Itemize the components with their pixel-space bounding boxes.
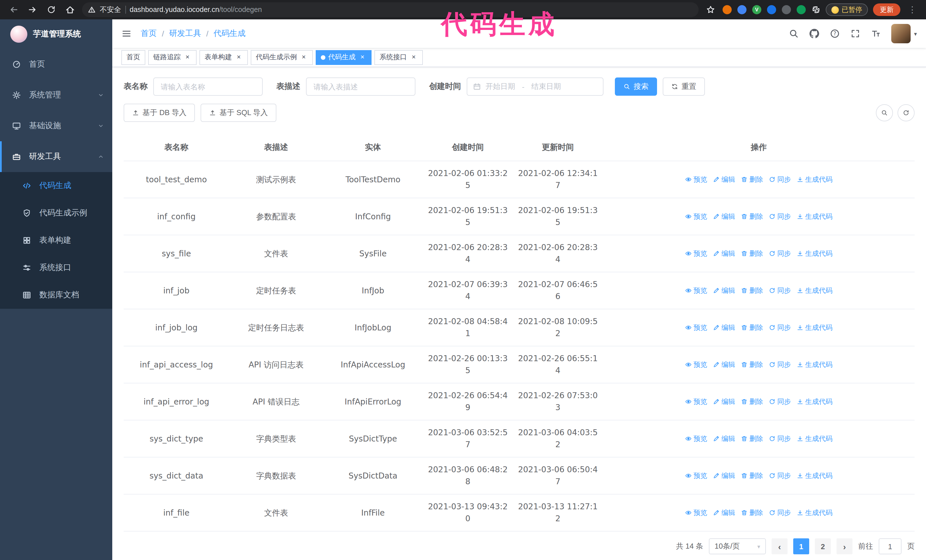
preview-link[interactable]: 预览 (685, 395, 707, 408)
generate-code-link[interactable]: 生成代码 (797, 433, 832, 445)
sync-link[interactable]: 同步 (769, 322, 791, 334)
font-size-icon[interactable] (871, 29, 881, 39)
goto-page-input[interactable] (879, 538, 902, 554)
generate-code-link[interactable]: 生成代码 (797, 210, 832, 222)
delete-link[interactable]: 删除 (741, 285, 763, 296)
github-icon[interactable] (809, 29, 819, 39)
edit-link[interactable]: 编辑 (713, 470, 735, 482)
edit-link[interactable]: 编辑 (713, 174, 735, 186)
url-bar[interactable]: 不安全 dashboard.yudao.iocoder.cn/tool/code… (82, 2, 699, 17)
logo[interactable]: 芋道管理系统 (0, 20, 112, 49)
preview-link[interactable]: 预览 (685, 248, 707, 260)
edit-link[interactable]: 编辑 (713, 359, 735, 371)
page-size-select[interactable]: 10条/页 ▾ (709, 538, 766, 554)
edit-link[interactable]: 编辑 (713, 507, 735, 519)
delete-link[interactable]: 删除 (741, 507, 763, 519)
sidebar-item-codegen[interactable]: 代码生成 (0, 172, 112, 199)
breadcrumb-home[interactable]: 首页 (141, 29, 157, 39)
delete-link[interactable]: 删除 (741, 359, 763, 371)
import-db-button[interactable]: 基于 DB 导入 (124, 104, 195, 122)
next-page-button[interactable]: › (837, 538, 852, 554)
sync-link[interactable]: 同步 (769, 359, 791, 371)
tab-system-api[interactable]: 系统接口 × (374, 50, 423, 65)
edit-link[interactable]: 编辑 (713, 395, 735, 408)
sync-link[interactable]: 同步 (769, 433, 791, 445)
extension-icon-2[interactable] (737, 5, 746, 14)
preview-link[interactable]: 预览 (685, 433, 707, 445)
delete-link[interactable]: 删除 (741, 322, 763, 334)
bookmark-star-icon[interactable] (704, 3, 717, 17)
hamburger-icon[interactable] (121, 29, 132, 39)
generate-code-link[interactable]: 生成代码 (797, 395, 832, 408)
browser-forward-icon[interactable] (26, 3, 39, 17)
profile-paused-badge[interactable]: 已暂停 (826, 3, 868, 16)
date-range-picker[interactable]: 开始日期 - 结束日期 (467, 77, 604, 96)
tab-codegen-example[interactable]: 代码生成示例 × (251, 50, 313, 65)
fullscreen-icon[interactable] (850, 29, 861, 39)
generate-code-link[interactable]: 生成代码 (797, 470, 832, 482)
extension-icon-3[interactable]: V (752, 5, 761, 14)
browser-update-button[interactable]: 更新 (873, 3, 900, 16)
user-menu[interactable]: ▾ (891, 24, 917, 43)
generate-code-link[interactable]: 生成代码 (797, 248, 832, 260)
browser-menu-icon[interactable]: ⋮ (905, 3, 919, 17)
preview-link[interactable]: 预览 (685, 359, 707, 371)
search-icon[interactable] (789, 29, 799, 39)
tab-form-builder[interactable]: 表单构建 × (200, 50, 248, 65)
sync-link[interactable]: 同步 (769, 470, 791, 482)
sync-link[interactable]: 同步 (769, 395, 791, 408)
sidebar-item-dev-tools[interactable]: 研发工具 (0, 141, 112, 172)
sidebar-item-form-builder[interactable]: 表单构建 (0, 227, 112, 254)
reset-button[interactable]: 重置 (663, 77, 705, 96)
browser-home-icon[interactable] (63, 3, 77, 17)
extensions-puzzle-icon[interactable] (811, 5, 820, 14)
close-icon[interactable]: × (410, 53, 418, 61)
sync-link[interactable]: 同步 (769, 285, 791, 296)
sync-link[interactable]: 同步 (769, 174, 791, 186)
sidebar-item-system-mgmt[interactable]: 系统管理 (0, 80, 112, 110)
tab-tracing[interactable]: 链路追踪 × (148, 50, 197, 65)
delete-link[interactable]: 删除 (741, 433, 763, 445)
extension-icon-5[interactable] (782, 5, 791, 14)
close-icon[interactable]: × (183, 53, 191, 61)
preview-link[interactable]: 预览 (685, 322, 707, 334)
sidebar-item-infrastructure[interactable]: 基础设施 (0, 110, 112, 141)
generate-code-link[interactable]: 生成代码 (797, 285, 832, 296)
import-sql-button[interactable]: 基于 SQL 导入 (201, 104, 277, 122)
sidebar-item-home[interactable]: 首页 (0, 49, 112, 80)
delete-link[interactable]: 删除 (741, 395, 763, 408)
edit-link[interactable]: 编辑 (713, 285, 735, 296)
extension-icon-4[interactable] (767, 5, 776, 14)
tab-codegen[interactable]: 代码生成 × (316, 50, 372, 65)
delete-link[interactable]: 删除 (741, 470, 763, 482)
help-icon[interactable] (830, 29, 840, 39)
close-icon[interactable]: × (359, 53, 366, 61)
edit-link[interactable]: 编辑 (713, 433, 735, 445)
sync-link[interactable]: 同步 (769, 507, 791, 519)
delete-link[interactable]: 删除 (741, 210, 763, 222)
edit-link[interactable]: 编辑 (713, 210, 735, 222)
close-icon[interactable]: × (300, 53, 308, 61)
delete-link[interactable]: 删除 (741, 248, 763, 260)
edit-link[interactable]: 编辑 (713, 248, 735, 260)
sync-link[interactable]: 同步 (769, 210, 791, 222)
browser-reload-icon[interactable] (44, 3, 58, 17)
generate-code-link[interactable]: 生成代码 (797, 174, 832, 186)
table-name-input[interactable] (153, 77, 263, 96)
edit-link[interactable]: 编辑 (713, 322, 735, 334)
sidebar-item-db-docs[interactable]: 数据库文档 (0, 281, 112, 309)
page-button-1[interactable]: 1 (793, 538, 809, 554)
tab-home[interactable]: 首页 (121, 50, 145, 65)
browser-back-icon[interactable] (7, 3, 21, 17)
generate-code-link[interactable]: 生成代码 (797, 359, 832, 371)
delete-link[interactable]: 删除 (741, 174, 763, 186)
table-desc-input[interactable] (306, 77, 415, 96)
preview-link[interactable]: 预览 (685, 507, 707, 519)
close-icon[interactable]: × (235, 53, 243, 61)
search-button[interactable]: 搜索 (615, 77, 657, 96)
preview-link[interactable]: 预览 (685, 174, 707, 186)
sidebar-item-codegen-example[interactable]: 代码生成示例 (0, 199, 112, 227)
preview-link[interactable]: 预览 (685, 470, 707, 482)
breadcrumb-dev-tools[interactable]: 研发工具 (169, 29, 201, 39)
toggle-search-button[interactable] (876, 104, 893, 121)
